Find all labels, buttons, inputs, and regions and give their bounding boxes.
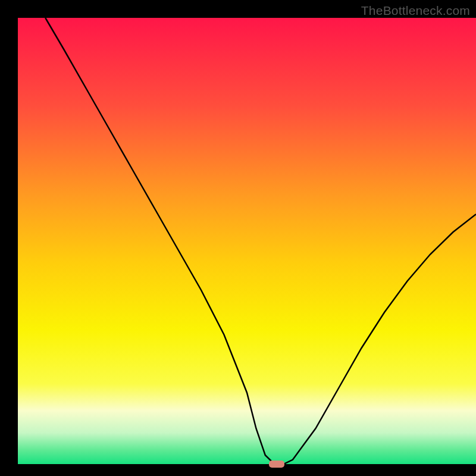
minimum-marker	[269, 461, 284, 468]
chart-svg	[0, 0, 476, 476]
watermark-text: TheBottleneck.com	[361, 4, 470, 18]
plot-background	[18, 18, 476, 464]
bottleneck-chart: TheBottleneck.com	[0, 0, 476, 476]
